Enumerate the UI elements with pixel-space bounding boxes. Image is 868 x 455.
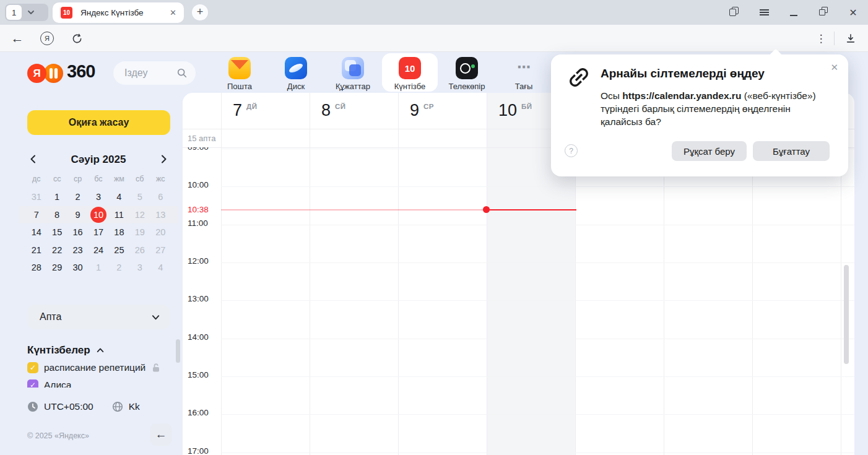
minical-day[interactable]: 4 — [150, 262, 171, 272]
minical-day[interactable]: 11 — [109, 210, 129, 220]
collapse-sidebar-button[interactable]: ← — [150, 423, 172, 446]
tab-close-icon[interactable]: ✕ — [170, 8, 176, 17]
search-input[interactable] — [124, 61, 174, 85]
minical-day[interactable]: 9 — [67, 210, 88, 220]
view-select[interactable]: Апта — [27, 305, 170, 329]
hour-gridline — [221, 453, 854, 453]
globe-icon[interactable] — [112, 401, 123, 412]
day-header[interactable]: 7ДЙ — [221, 100, 310, 121]
timezone-row[interactable]: UTC+05:00 Kk — [27, 401, 140, 412]
minical-today-badge[interactable]: 10 — [90, 207, 106, 223]
app-more[interactable]: ⋯ Тағы — [496, 54, 552, 91]
allow-button[interactable]: Рұқсат беру — [672, 141, 747, 161]
minical-day[interactable]: 19 — [129, 227, 150, 237]
app-telemost[interactable]: Телекөпір — [439, 54, 495, 91]
minical-day[interactable]: 12 — [129, 210, 150, 220]
minical-day[interactable]: 13 — [150, 210, 171, 220]
new-tab-button[interactable]: + — [192, 4, 208, 20]
tab-group-chip[interactable]: 1 — [5, 4, 48, 21]
minical-day[interactable]: 18 — [109, 227, 129, 237]
app-mail[interactable]: Пошта — [212, 54, 267, 91]
logo-360-text[interactable]: 360 — [67, 61, 95, 82]
day-header[interactable]: 8СЙ — [310, 100, 398, 121]
side-panel-icon[interactable] — [719, 0, 749, 25]
app-documents[interactable]: Құжаттар — [325, 54, 381, 91]
minical-day[interactable]: 29 — [46, 262, 67, 272]
minical-day[interactable]: 31 — [26, 192, 46, 202]
minical-day[interactable]: 30 — [67, 262, 88, 272]
minical-day[interactable]: 8 — [46, 210, 67, 220]
yandex-logo[interactable]: Я — [27, 64, 46, 83]
sidebar-scrollbar-thumb[interactable] — [176, 339, 180, 363]
restore-button[interactable] — [809, 0, 838, 25]
minical-day[interactable]: 2 — [67, 192, 88, 202]
minical-day[interactable]: 14 — [26, 227, 46, 237]
minical-day[interactable]: 7 — [26, 210, 46, 220]
minical-day[interactable]: 2 — [109, 262, 129, 272]
minical-day[interactable]: 22 — [46, 245, 67, 255]
minical-day[interactable]: 27 — [150, 245, 171, 255]
hour-label: 16:00 — [188, 408, 209, 417]
calendar-list-item[interactable]: ✓ расписание репетиций — [27, 359, 173, 376]
menu-icon[interactable] — [749, 0, 779, 25]
minical-day[interactable]: 3 — [129, 262, 150, 272]
minical-weekday: сс — [46, 175, 67, 186]
hour-gridline — [221, 300, 854, 301]
calendar-checkbox[interactable]: ✓ — [27, 362, 38, 373]
minical-week-row: 21222324252627 — [19, 241, 178, 259]
minical-day[interactable]: 15 — [46, 227, 67, 237]
current-time-dot — [483, 206, 490, 213]
more-apps-icon: ⋯ — [513, 57, 535, 79]
calendar-scrollbar-thumb[interactable] — [844, 265, 849, 364]
downloads-button[interactable] — [841, 25, 861, 52]
calendar-checkbox[interactable]: ✓ — [27, 379, 38, 388]
chevron-down-icon[interactable] — [27, 9, 35, 16]
minical-day[interactable]: 3 — [88, 192, 108, 202]
yandex-button[interactable]: Я — [37, 25, 57, 52]
minical-day[interactable]: 25 — [109, 245, 129, 255]
week-number-cell: 15 апта — [183, 129, 220, 147]
minical-day[interactable]: 10 — [88, 207, 108, 223]
minical-day[interactable]: 20 — [150, 227, 171, 237]
minical-day[interactable]: 28 — [26, 262, 46, 272]
mail-icon — [228, 57, 251, 79]
search-box[interactable] — [113, 61, 196, 85]
minical-day[interactable]: 24 — [88, 245, 108, 255]
minical-day[interactable]: 16 — [67, 227, 88, 237]
minical-day[interactable]: 17 — [88, 227, 108, 237]
minical-day[interactable]: 1 — [88, 262, 108, 272]
minical-week-row: 31123456 — [19, 188, 178, 206]
back-button[interactable]: ← — [7, 25, 27, 52]
popup-close-icon[interactable]: ✕ — [830, 62, 838, 73]
minical-weekday: бс — [88, 175, 108, 186]
minical-day[interactable]: 21 — [26, 245, 46, 255]
tab-group-count[interactable]: 1 — [6, 5, 22, 20]
minical-weekday: жм — [109, 175, 129, 186]
minical-day[interactable]: 1 — [46, 192, 67, 202]
minical-day[interactable]: 5 — [129, 192, 150, 202]
app-calendar[interactable]: 10 Күнтізбе — [382, 54, 438, 91]
week-number-label: 15 апта — [188, 129, 215, 147]
window-close-button[interactable]: ✕ — [838, 0, 868, 25]
minical-week-row: 78910111213 — [19, 206, 178, 224]
next-month-icon[interactable] — [158, 154, 168, 167]
help-icon[interactable]: ? — [565, 144, 578, 157]
extensions-menu-icon[interactable]: ⋮ — [812, 25, 830, 52]
calendars-section-header[interactable]: Күнтізбелер — [27, 344, 105, 357]
active-tab[interactable]: 10 Яндекс Күнтізбе ✕ — [53, 2, 184, 23]
reload-button[interactable] — [67, 25, 87, 52]
hour-label: 17:00 — [188, 446, 209, 455]
minimize-button[interactable] — [779, 0, 809, 25]
hour-gridline — [221, 262, 854, 263]
minical-day[interactable]: 6 — [150, 192, 171, 202]
minical-day[interactable]: 23 — [67, 245, 88, 255]
create-event-button[interactable]: Оқиға жасау — [27, 110, 170, 135]
day-header[interactable]: 9СР — [398, 100, 487, 121]
language-value[interactable]: Kk — [129, 401, 140, 412]
app-disk[interactable]: Диск — [268, 54, 324, 91]
minical-day[interactable]: 4 — [109, 192, 129, 202]
block-button[interactable]: Бұғаттау — [753, 141, 830, 161]
minical-day[interactable]: 26 — [129, 245, 150, 255]
calendar-list-item[interactable]: ✓ Алиса — [27, 376, 173, 388]
hour-label: 10:00 — [188, 180, 209, 189]
